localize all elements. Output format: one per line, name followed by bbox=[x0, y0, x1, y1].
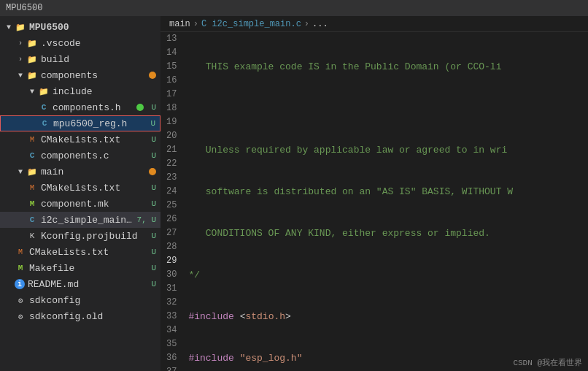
line-numbers: 13 14 15 16 17 18 19 20 21 22 23 24 25 2… bbox=[160, 32, 182, 371]
sidebar-item-label: CMakeLists.txt bbox=[29, 247, 151, 258]
cmake-file-icon: M bbox=[26, 182, 38, 194]
sidebar-item-sdkconfig-old[interactable]: ⚙ sdkconfig.old bbox=[0, 308, 160, 324]
ln-34: 34 bbox=[166, 324, 177, 337]
folder-icon: 📁 bbox=[38, 85, 50, 97]
status-u: U bbox=[151, 199, 156, 208]
sidebar-item-i2c-simple-main[interactable]: C i2c_simple_main.c 7, U bbox=[0, 212, 160, 228]
sidebar-item-label: sdkconfig.old bbox=[29, 311, 160, 322]
code-content[interactable]: THIS example code IS in the Public Domai… bbox=[182, 32, 588, 371]
title-bar: MPU6500 bbox=[0, 0, 588, 16]
badge-orange bbox=[149, 168, 156, 175]
ln-30: 30 bbox=[166, 268, 177, 282]
code-line-16: software is distributed on an "AS IS" BA… bbox=[188, 185, 588, 199]
ln-24: 24 bbox=[166, 185, 177, 199]
sidebar-item-label: main bbox=[41, 167, 149, 177]
cmake-file-icon: M bbox=[26, 134, 38, 145]
ln-32: 32 bbox=[166, 296, 177, 310]
sidebar-item-label: .vscode bbox=[41, 38, 160, 49]
plain-file-icon: K bbox=[26, 230, 38, 242]
arrow-icon: › bbox=[15, 39, 26, 47]
editor-area: main › C i2c_simple_main.c › ... 13 14 1… bbox=[160, 16, 588, 371]
ln-33: 33 bbox=[166, 310, 177, 324]
sidebar-item-label: CMakeLists.txt bbox=[41, 134, 151, 145]
sidebar-item-label: build bbox=[41, 54, 160, 65]
ln-27: 27 bbox=[166, 226, 177, 240]
sidebar-item-main[interactable]: ▼ 📁 main bbox=[0, 164, 160, 180]
sidebar-item-kconfig[interactable]: K Kconfig.projbuild U bbox=[0, 228, 160, 244]
plain-file-icon: ⚙ bbox=[15, 310, 26, 322]
code-line-14 bbox=[188, 102, 588, 115]
sidebar-item-components[interactable]: ▼ 📁 components bbox=[0, 67, 160, 83]
sidebar-item-label: Kconfig.projbuild bbox=[41, 231, 151, 242]
status-u: U bbox=[151, 135, 156, 144]
code-line-18: */ bbox=[188, 268, 588, 282]
ln-17: 17 bbox=[166, 88, 177, 102]
sidebar-item-readme[interactable]: i README.md U bbox=[0, 276, 160, 292]
sidebar-item-mpu6500[interactable]: ▼ 📁 MPU6500 bbox=[0, 19, 160, 35]
sidebar-item-vscode[interactable]: › 📁 .vscode bbox=[0, 35, 160, 51]
code-line-19: #include <stdio.h> bbox=[188, 310, 588, 324]
ln-16: 16 bbox=[166, 74, 177, 88]
sidebar-item-build[interactable]: › 📁 build bbox=[0, 51, 160, 67]
sidebar-item-mpu6500-reg-h[interactable]: C mpu6500_reg.h U bbox=[0, 115, 160, 131]
sidebar-item-component-mk[interactable]: M component.mk U bbox=[0, 196, 160, 212]
code-line-20: #include "esp_log.h" bbox=[188, 351, 588, 365]
c-file-icon: C bbox=[26, 150, 38, 161]
main-container: ▼ 📁 MPU6500 › 📁 .vscode › 📁 build ▼ 📁 co… bbox=[0, 16, 588, 371]
sidebar-item-label: CMakeLists.txt bbox=[41, 183, 151, 194]
ln-22: 22 bbox=[166, 157, 177, 171]
arrow-icon: ▼ bbox=[15, 72, 26, 80]
sidebar-item-label: components.c bbox=[41, 150, 151, 161]
breadcrumb-sep: › bbox=[193, 19, 198, 29]
status-u: U bbox=[151, 280, 156, 288]
breadcrumb-file: C i2c_simple_main.c bbox=[201, 19, 301, 29]
sidebar-item-components-c[interactable]: C components.c U bbox=[0, 148, 160, 164]
sidebar-item-cmakelists-root[interactable]: M CMakeLists.txt U bbox=[0, 244, 160, 260]
breadcrumb: main › C i2c_simple_main.c › ... bbox=[160, 16, 588, 32]
code-area[interactable]: 13 14 15 16 17 18 19 20 21 22 23 24 25 2… bbox=[160, 32, 588, 371]
badge-orange bbox=[149, 72, 156, 79]
sidebar-item-include[interactable]: ▼ 📁 include bbox=[0, 83, 160, 99]
folder-icon: 📁 bbox=[15, 21, 26, 33]
code-line-13: THIS example code IS in the Public Domai… bbox=[188, 60, 588, 74]
folder-icon: 📁 bbox=[26, 37, 38, 49]
status-u: U bbox=[151, 151, 156, 160]
ln-19: 19 bbox=[166, 115, 177, 129]
ln-36: 36 bbox=[166, 351, 177, 365]
status-u: U bbox=[150, 119, 155, 128]
folder-icon: 📁 bbox=[26, 53, 38, 65]
sidebar-item-label: MPU6500 bbox=[29, 22, 160, 33]
ln-18: 18 bbox=[166, 102, 177, 115]
sidebar-item-makefile[interactable]: M Makefile U bbox=[0, 260, 160, 276]
status-u: U bbox=[151, 248, 156, 256]
sidebar-item-cmakelists-main[interactable]: M CMakeLists.txt U bbox=[0, 180, 160, 196]
sidebar-item-sdkconfig[interactable]: ⚙ sdkconfig bbox=[0, 292, 160, 308]
badge-green bbox=[136, 104, 144, 111]
sidebar-item-components-h[interactable]: C components.h U bbox=[0, 99, 160, 115]
arrow-icon: ▼ bbox=[3, 23, 15, 31]
title-text: MPU6500 bbox=[6, 3, 42, 13]
status-u: U bbox=[151, 103, 156, 112]
ln-20: 20 bbox=[166, 129, 177, 143]
arrow-icon: › bbox=[15, 56, 26, 64]
sidebar-item-label: sdkconfig bbox=[29, 295, 160, 306]
ln-21: 21 bbox=[166, 143, 177, 157]
sidebar-item-label: i2c_simple_main.c bbox=[41, 215, 137, 226]
breadcrumb-extra: ... bbox=[312, 19, 328, 29]
sidebar-item-label: Makefile bbox=[29, 263, 151, 274]
ln-23: 23 bbox=[166, 171, 177, 185]
sidebar-item-label: README.md bbox=[28, 279, 151, 290]
m-file-icon: M bbox=[15, 262, 26, 274]
ln-25: 25 bbox=[166, 199, 177, 213]
ln-37: 37 bbox=[166, 365, 177, 371]
sidebar-item-label: include bbox=[53, 86, 160, 97]
sidebar[interactable]: ▼ 📁 MPU6500 › 📁 .vscode › 📁 build ▼ 📁 co… bbox=[0, 16, 160, 371]
c-file-icon: C bbox=[39, 118, 50, 129]
ln-31: 31 bbox=[166, 282, 177, 296]
sidebar-item-label: components.h bbox=[53, 102, 136, 113]
breadcrumb-sep2: › bbox=[304, 19, 309, 29]
cmake-file-icon: M bbox=[15, 246, 26, 258]
sidebar-item-cmakelists-components[interactable]: M CMakeLists.txt U bbox=[0, 131, 160, 148]
status-u: U bbox=[151, 183, 156, 192]
ln-15: 15 bbox=[166, 60, 177, 74]
